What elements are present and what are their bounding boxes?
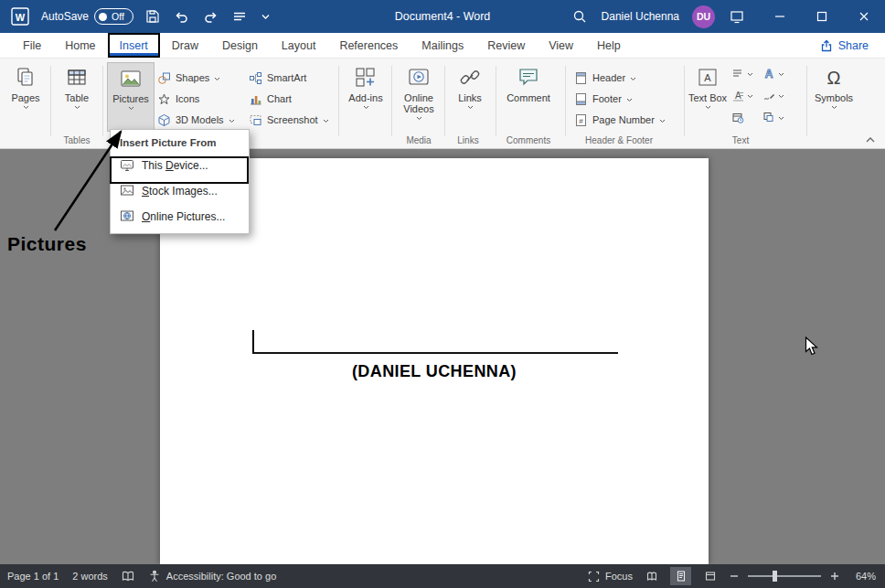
comment-label: Comment [506,92,550,103]
signature-line-icon [762,90,775,102]
accessibility-label: Accessibility: Good to go [166,571,276,582]
chevron-down-icon [778,116,784,121]
redo-button[interactable] [201,7,220,26]
footer-button[interactable]: Footer [574,91,633,107]
chart-label: Chart [267,93,292,104]
text-box-button[interactable]: A Text Box [688,62,728,110]
undo-button[interactable] [172,7,191,26]
comment-button[interactable]: Comment [505,62,552,103]
accessibility-status[interactable]: Accessibility: Good to go [148,570,276,583]
tab-design[interactable]: Design [210,33,270,58]
tab-view[interactable]: View [537,33,585,58]
smartart-label: SmartArt [267,72,306,83]
footer-label: Footer [592,93,622,104]
tab-insert[interactable]: Insert [108,33,160,58]
chevron-down-icon [778,94,784,99]
tab-home[interactable]: Home [53,33,107,58]
shapes-icon [157,71,171,85]
group-divider [565,66,566,136]
page-indicator[interactable]: Page 1 of 1 [7,571,59,582]
zoom-out-button[interactable] [729,571,740,582]
web-layout-button[interactable] [699,567,720,585]
smartart-icon [249,71,262,85]
add-ins-button[interactable]: Add-ins [344,62,388,110]
word-count[interactable]: 2 words [72,571,108,582]
group-label-comments: Comments [497,135,560,145]
drop-cap-button[interactable]: A [731,90,753,102]
autosave-toggle[interactable]: AutoSave Off [41,8,133,25]
svg-text:Ω: Ω [827,68,841,88]
online-videos-button[interactable]: Online Videos [395,62,442,121]
zoom-in-button[interactable] [829,571,840,582]
page-number-button[interactable]: # Page Number [574,112,666,128]
chevron-down-icon [630,77,636,81]
header-button[interactable]: Header [574,69,636,86]
chevron-down-icon [23,105,29,110]
smartart-button[interactable]: SmartArt [249,69,306,86]
group-label-text: Text [691,135,790,145]
spellcheck-book-icon[interactable] [122,570,134,583]
minimize-button[interactable] [759,0,801,33]
pages-button[interactable]: Pages [2,62,49,110]
autosave-state: Off [112,11,124,22]
date-time-icon [731,112,744,123]
chevron-down-icon [363,105,369,110]
quick-parts-button[interactable] [731,68,753,80]
chart-button[interactable]: Chart [249,91,292,107]
icons-label: Icons [176,93,199,104]
date-time-button[interactable] [731,112,744,123]
collapse-ribbon-button[interactable] [865,135,876,144]
symbols-button[interactable]: Ω Symbols [810,62,858,110]
wordart-button[interactable]: A [762,68,784,80]
pictures-annotation-label: Pictures [7,233,87,255]
focus-mode-button[interactable]: Focus [588,571,633,583]
ribbon-display-options-icon[interactable] [728,7,746,26]
3d-models-button[interactable]: 3D Models [157,112,235,128]
table-icon [65,65,89,91]
group-label-links: Links [446,135,490,145]
symbols-icon: Ω [822,65,846,91]
maximize-button[interactable] [801,0,843,33]
chevron-down-icon [747,94,753,99]
share-label: Share [838,39,869,52]
read-mode-button[interactable] [641,567,662,585]
links-button[interactable]: Links [450,62,490,110]
pictures-icon [119,66,143,91]
share-button[interactable]: Share [804,33,885,58]
focus-label: Focus [605,571,633,582]
tab-review[interactable]: Review [475,33,537,58]
search-icon[interactable] [570,7,589,26]
quick-parts-icon [731,68,744,80]
accessibility-icon [148,570,161,583]
tab-draw[interactable]: Draw [160,33,210,58]
save-button[interactable] [144,7,162,26]
group-divider [806,66,807,136]
status-bar: Page 1 of 1 2 words Accessibility: Good … [0,564,885,588]
quick-access-chevron-icon[interactable] [259,10,272,23]
shapes-button[interactable]: Shapes [157,69,220,86]
icons-button[interactable]: Icons [157,91,199,107]
table-button[interactable]: Table [53,62,101,110]
pages-label: Pages [11,92,39,103]
object-button[interactable] [762,112,784,123]
zoom-slider[interactable] [748,575,821,577]
tab-mailings[interactable]: Mailings [410,33,475,58]
tab-file[interactable]: File [11,33,53,58]
add-ins-label: Add-ins [348,92,382,103]
print-layout-button[interactable] [670,567,691,585]
screenshot-button[interactable]: Screenshot [249,112,329,128]
close-button[interactable] [843,0,885,33]
tab-help[interactable]: Help [585,33,633,58]
chevron-down-icon [626,98,633,102]
zoom-slider-thumb[interactable] [773,571,777,582]
table-label: Table [65,92,89,103]
signature-line-button[interactable] [762,90,784,102]
zoom-level[interactable]: 64% [848,571,876,582]
word-logo-icon: W [9,5,31,27]
customize-toolbar-icon[interactable] [230,7,249,26]
tab-layout[interactable]: Layout [270,33,328,58]
3d-models-icon [157,113,171,127]
avatar[interactable]: DU [692,5,715,28]
tab-references[interactable]: References [327,33,410,58]
group-divider [444,66,445,136]
